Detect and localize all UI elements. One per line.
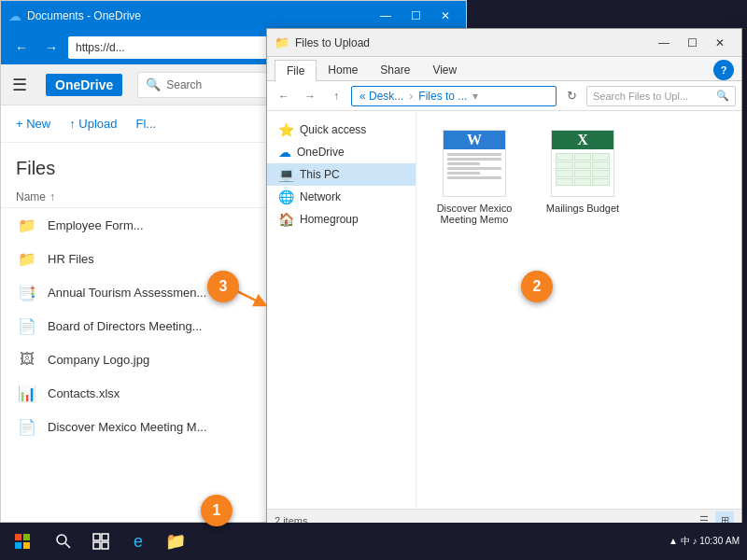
explorer-close-button[interactable]: ✕ (706, 29, 734, 57)
svg-rect-11 (102, 542, 108, 549)
homegroup-icon: 🏠 (278, 212, 294, 227)
explorer-title: Files to Upload (295, 36, 650, 49)
taskbar-edge[interactable]: e (120, 523, 157, 560)
ribbon-tabs: File Home Share View ? (267, 57, 741, 81)
taskbar-file-explorer[interactable]: 📁 (157, 523, 194, 560)
sidebar-item-homegroup[interactable]: 🏠 Homegroup (267, 208, 416, 231)
onedrive-close-button[interactable]: ✕ (432, 3, 458, 29)
svg-rect-9 (102, 534, 108, 540)
onedrive-title: Documents - OneDrive (27, 9, 373, 22)
upload-label: ↑ Upload (69, 117, 117, 131)
explorer-back-button[interactable]: ← (273, 85, 295, 107)
file-label-mailings-budget: Mailings Budget (546, 203, 619, 214)
onedrive-forward-button[interactable]: → (38, 35, 64, 61)
file-thumb-discover-mexico: W (441, 130, 508, 197)
new-label: + New (16, 117, 50, 131)
tab-file[interactable]: File (275, 60, 317, 81)
file-label-discover-mexico: Discover Mexico Meeting Memo (435, 203, 514, 225)
explorer-maximize-button[interactable]: ☐ (678, 29, 706, 57)
sidebar-label-network: Network (300, 190, 341, 203)
svg-rect-5 (23, 542, 30, 549)
file-icon: 📄 (16, 315, 38, 337)
svg-rect-3 (23, 534, 30, 540)
file-icon: 📊 (16, 382, 38, 404)
sidebar-item-network[interactable]: 🌐 Network (267, 186, 416, 208)
file-icon: 📑 (16, 281, 38, 303)
explorer-up-button[interactable]: ↑ (325, 85, 347, 107)
task-view-icon (92, 533, 109, 550)
onedrive-back-button[interactable]: ← (8, 35, 35, 61)
new-button[interactable]: + New (16, 117, 50, 131)
onedrive-sidebar-icon: ☁ (278, 145, 291, 160)
taskbar-search[interactable] (45, 523, 82, 560)
annotation-3: 3 (207, 271, 239, 302)
svg-rect-4 (15, 542, 21, 549)
windows-logo (15, 534, 30, 549)
taskbar-task-view[interactable] (82, 523, 120, 560)
explorer-address-bar: ← → ↑ « Desk... › Files to ... ▾ ↻ Searc… (267, 81, 741, 111)
sidebar-item-quick-access[interactable]: ⭐ Quick access (267, 119, 416, 141)
file-icon: 📁 (16, 247, 38, 270)
sidebar-item-this-pc[interactable]: 💻 This PC (267, 163, 416, 186)
search-taskbar-icon (55, 533, 72, 550)
search-icon: 🔍 (146, 77, 161, 91)
address-input[interactable]: « Desk... › Files to ... ▾ (351, 86, 557, 106)
explorer-minimize-button[interactable]: — (650, 29, 678, 57)
taskbar-tray: ▲ 中 ♪ 10:30 AM (669, 535, 747, 548)
onedrive-address-text: https://d... (76, 41, 125, 54)
explorer-folder-icon: 📁 (275, 35, 289, 49)
tab-home[interactable]: Home (317, 60, 369, 80)
sidebar-label-quick-access: Quick access (300, 123, 366, 136)
svg-line-7 (65, 543, 70, 548)
sidebar-label-homegroup: Homegroup (300, 213, 359, 226)
upload-button[interactable]: ↑ Upload (69, 117, 117, 131)
word-file-icon: W (443, 130, 506, 197)
taskbar: e 📁 ▲ 中 ♪ 10:30 AM (0, 523, 747, 560)
tab-view[interactable]: View (421, 60, 468, 80)
onedrive-titlebar: ☁ Documents - OneDrive — ☐ ✕ (1, 1, 466, 31)
help-button[interactable]: ? (713, 60, 734, 80)
svg-rect-2 (15, 534, 21, 540)
file-item-discover-mexico[interactable]: W Discover Mexico Meeting Memo (428, 122, 521, 232)
explorer-titlebar: 📁 Files to Upload — ☐ ✕ (267, 29, 741, 57)
breadcrumb-filesto[interactable]: Files to ... (418, 90, 467, 103)
tab-share[interactable]: Share (369, 60, 421, 80)
flow-label: Fl... (136, 117, 157, 131)
breadcrumb-dropdown-icon: ▾ (472, 90, 478, 103)
breadcrumb-desktop[interactable]: « Desk... (359, 90, 403, 103)
onedrive-minimize-button[interactable]: — (373, 3, 399, 29)
file-icon: 📁 (16, 214, 38, 236)
file-item-mailings-budget[interactable]: X Mailings Budget (536, 122, 629, 232)
excel-file-icon: X (551, 130, 614, 197)
explorer-forward-button[interactable]: → (299, 85, 321, 107)
explorer-search-box[interactable]: Search Files to Upl... 🔍 (586, 86, 736, 106)
hamburger-icon[interactable]: ☰ (12, 75, 27, 95)
sort-icon: ↑ (49, 190, 55, 203)
quick-access-icon: ⭐ (278, 122, 294, 137)
sidebar-label-onedrive: OneDrive (297, 146, 345, 159)
onedrive-maximize-button[interactable]: ☐ (402, 3, 429, 29)
onedrive-logo: OneDrive (46, 74, 122, 96)
svg-point-6 (57, 535, 66, 544)
start-button[interactable] (0, 523, 45, 560)
file-icon: 🖼 (16, 348, 38, 371)
explorer-search-icon: 🔍 (716, 90, 729, 102)
explorer-window-controls: — ☐ ✕ (650, 29, 734, 57)
svg-rect-8 (93, 534, 100, 540)
refresh-button[interactable]: ↻ (560, 85, 583, 107)
sidebar-item-onedrive[interactable]: ☁ OneDrive (267, 141, 416, 163)
onedrive-window-controls: — ☐ ✕ (373, 3, 458, 29)
flow-button[interactable]: Fl... (136, 117, 157, 131)
explorer-search-placeholder: Search Files to Upl... (593, 91, 688, 102)
this-pc-icon: 💻 (278, 167, 294, 182)
sidebar-label-this-pc: This PC (300, 168, 340, 181)
annotation-1: 1 (201, 495, 233, 526)
file-thumb-mailings-budget: X (549, 130, 616, 197)
name-label: Name (16, 190, 46, 203)
search-placeholder: Search (166, 78, 202, 91)
explorer-body: ⭐ Quick access ☁ OneDrive 💻 This PC 🌐 Ne… (267, 111, 741, 509)
onedrive-icon: ☁ (8, 8, 21, 23)
annotation-2: 2 (521, 271, 553, 302)
file-icon: 📄 (16, 415, 38, 438)
svg-rect-10 (93, 542, 100, 549)
